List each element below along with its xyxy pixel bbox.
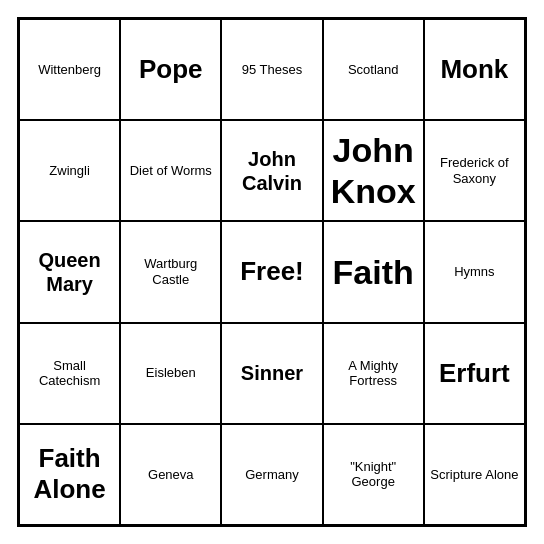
bingo-cell-15: Small Catechism — [19, 323, 120, 424]
bingo-cell-2: 95 Theses — [221, 19, 322, 120]
cell-label: 95 Theses — [242, 62, 302, 78]
cell-label: Zwingli — [49, 163, 89, 179]
cell-label: Small Catechism — [24, 358, 115, 389]
bingo-cell-18: A Mighty Fortress — [323, 323, 424, 424]
cell-label: Hymns — [454, 264, 494, 280]
cell-label: Geneva — [148, 467, 194, 483]
cell-label: Faith — [333, 252, 414, 293]
bingo-cell-0: Wittenberg — [19, 19, 120, 120]
cell-label: "Knight" George — [328, 459, 419, 490]
bingo-cell-8: John Knox — [323, 120, 424, 221]
bingo-cell-17: Sinner — [221, 323, 322, 424]
cell-label: Faith Alone — [24, 443, 115, 505]
cell-label: Germany — [245, 467, 298, 483]
bingo-cell-3: Scotland — [323, 19, 424, 120]
cell-label: Free! — [240, 256, 304, 287]
cell-label: Wittenberg — [38, 62, 101, 78]
bingo-cell-9: Frederick of Saxony — [424, 120, 525, 221]
bingo-cell-6: Diet of Worms — [120, 120, 221, 221]
bingo-cell-14: Hymns — [424, 221, 525, 322]
bingo-cell-19: Erfurt — [424, 323, 525, 424]
bingo-cell-23: "Knight" George — [323, 424, 424, 525]
bingo-cell-22: Germany — [221, 424, 322, 525]
cell-label: Monk — [440, 54, 508, 85]
bingo-cell-21: Geneva — [120, 424, 221, 525]
cell-label: Eisleben — [146, 365, 196, 381]
cell-label: Wartburg Castle — [125, 256, 216, 287]
bingo-board: WittenbergPope95 ThesesScotlandMonkZwing… — [17, 17, 527, 527]
cell-label: Scotland — [348, 62, 399, 78]
cell-label: Frederick of Saxony — [429, 155, 520, 186]
bingo-cell-16: Eisleben — [120, 323, 221, 424]
bingo-cell-13: Faith — [323, 221, 424, 322]
cell-label: Scripture Alone — [430, 467, 518, 483]
cell-label: Diet of Worms — [130, 163, 212, 179]
bingo-cell-7: John Calvin — [221, 120, 322, 221]
bingo-cell-11: Wartburg Castle — [120, 221, 221, 322]
bingo-cell-20: Faith Alone — [19, 424, 120, 525]
bingo-cell-4: Monk — [424, 19, 525, 120]
bingo-cell-1: Pope — [120, 19, 221, 120]
cell-label: Sinner — [241, 361, 303, 385]
bingo-cell-12: Free! — [221, 221, 322, 322]
cell-label: A Mighty Fortress — [328, 358, 419, 389]
cell-label: John Calvin — [226, 147, 317, 195]
bingo-cell-10: Queen Mary — [19, 221, 120, 322]
bingo-cell-24: Scripture Alone — [424, 424, 525, 525]
cell-label: Pope — [139, 54, 203, 85]
cell-label: Erfurt — [439, 358, 510, 389]
cell-label: Queen Mary — [24, 248, 115, 296]
bingo-cell-5: Zwingli — [19, 120, 120, 221]
cell-label: John Knox — [328, 130, 419, 212]
